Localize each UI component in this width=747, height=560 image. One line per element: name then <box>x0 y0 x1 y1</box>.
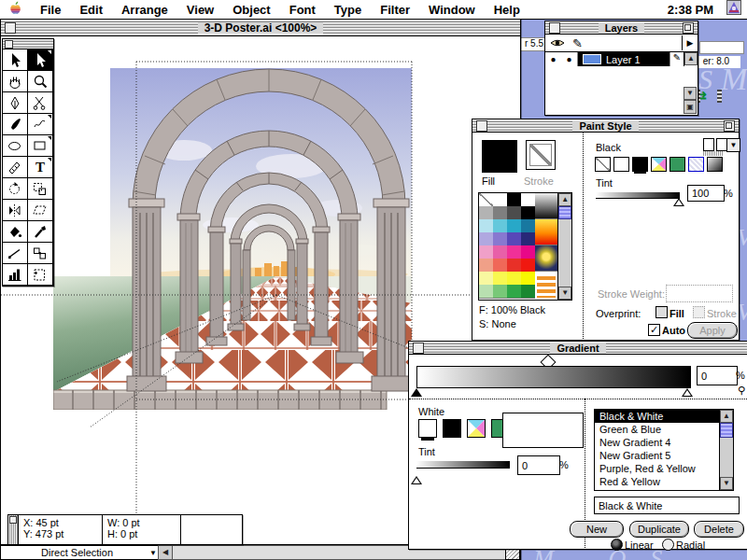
gradient-list-item[interactable]: Black & White <box>595 410 719 423</box>
desktop-file-sync-icon[interactable]: ⇄ <box>695 88 723 108</box>
gradient-list-item[interactable]: New Gradient 5 <box>595 449 719 462</box>
tool-type[interactable]: T <box>28 157 53 178</box>
stop-white-selected[interactable] <box>418 419 437 438</box>
scrollbar-thumb[interactable] <box>558 206 571 219</box>
layers-titlebar[interactable]: Layers <box>545 21 698 35</box>
info-palette-titlebar[interactable] <box>8 515 19 544</box>
swatch[interactable] <box>479 259 494 273</box>
close-box[interactable] <box>5 40 13 49</box>
pattern-swatch-stripes[interactable] <box>535 272 557 300</box>
layer-row[interactable]: Layer 1 <box>578 52 669 66</box>
zoom-box[interactable] <box>724 120 735 132</box>
menu-file[interactable]: File <box>31 3 70 17</box>
palette-dropdown-button[interactable]: ▼ <box>726 138 740 152</box>
swatch[interactable] <box>507 245 522 259</box>
toolbox-titlebar[interactable] <box>3 39 53 49</box>
tool-scissors[interactable] <box>28 92 53 114</box>
swatch[interactable] <box>479 245 494 259</box>
close-box[interactable] <box>9 516 17 524</box>
tool-blend[interactable] <box>28 243 53 264</box>
swatch[interactable] <box>507 272 522 286</box>
swatch[interactable] <box>479 232 494 246</box>
paint-style-titlebar[interactable]: Paint Style <box>472 119 739 133</box>
zoom-box[interactable] <box>683 22 694 34</box>
gradient-list-scrollbar[interactable]: ▲ ▼ <box>719 410 733 490</box>
tool-brush[interactable] <box>3 114 28 135</box>
delete-button[interactable]: Delete <box>694 521 744 538</box>
swatch[interactable] <box>493 206 508 220</box>
apply-button[interactable]: Apply <box>687 322 738 339</box>
menu-edit[interactable]: Edit <box>70 3 112 17</box>
close-box[interactable] <box>549 22 560 34</box>
fill-swatch[interactable] <box>482 140 517 170</box>
gradient-swatch-radial[interactable] <box>535 245 557 272</box>
scroll-up-arrow[interactable]: ▲ <box>684 52 698 65</box>
stop-black[interactable] <box>443 419 461 438</box>
scroll-left-arrow[interactable]: ◀ <box>158 545 173 560</box>
document-window-titlebar[interactable]: 3-D Poster.ai <100%> <box>1 20 520 36</box>
menu-window[interactable]: Window <box>419 3 485 17</box>
layers-grow-icon[interactable]: ▣ <box>684 100 697 114</box>
scrollbar-track[interactable] <box>720 438 733 477</box>
tool-pencil-freehand[interactable] <box>28 114 53 135</box>
swatch[interactable] <box>507 219 522 233</box>
new-button[interactable]: New <box>570 521 624 538</box>
swatch[interactable] <box>493 259 508 273</box>
stop-position-field[interactable]: 0 <box>697 366 738 385</box>
paint-process[interactable] <box>651 157 667 172</box>
scroll-down-arrow[interactable]: ▼ <box>720 477 733 490</box>
desktop-icon-label[interactable]: er: 8.0 <box>692 56 740 68</box>
menu-view[interactable]: View <box>177 3 223 17</box>
swatch[interactable] <box>493 272 508 286</box>
swatch[interactable] <box>507 285 522 299</box>
layer-visibility-dots[interactable]: ●● <box>545 52 578 66</box>
gradient-swatch-fire[interactable] <box>535 219 557 245</box>
tool-gradient-vector[interactable] <box>3 243 28 264</box>
tint-value-field[interactable]: 100 <box>687 185 725 202</box>
swatch[interactable] <box>479 219 494 233</box>
close-box[interactable] <box>413 343 424 354</box>
swatch[interactable] <box>479 285 494 299</box>
tint-slider[interactable] <box>596 192 680 199</box>
tool-shear[interactable] <box>28 200 53 221</box>
swatch[interactable] <box>507 232 522 246</box>
artwork-canvas[interactable] <box>53 68 412 410</box>
swatch[interactable] <box>493 285 508 299</box>
scrollbar-thumb[interactable] <box>720 423 733 438</box>
desktop-icon-label-blank[interactable] <box>699 41 744 54</box>
swatch[interactable] <box>521 232 536 246</box>
layers-scrollbar-bottom[interactable]: ▼ ▣ <box>684 87 697 114</box>
gradient-stop-right[interactable] <box>682 388 693 397</box>
scroll-up-arrow[interactable]: ▲ <box>720 410 733 423</box>
swatch[interactable] <box>521 219 536 233</box>
stroke-swatch[interactable] <box>526 140 556 170</box>
menu-font[interactable]: Font <box>280 3 325 17</box>
gradient-name-field[interactable]: Black & White <box>594 497 740 514</box>
tool-pen[interactable] <box>3 92 28 114</box>
stop-tint-field[interactable]: 0 <box>517 455 560 475</box>
swatch[interactable] <box>493 245 508 259</box>
swatch[interactable] <box>521 193 536 207</box>
overprint-stroke-checkbox[interactable] <box>693 306 705 318</box>
tool-rotate[interactable] <box>3 178 28 200</box>
swatch[interactable] <box>521 285 536 299</box>
duplicate-button[interactable]: Duplicate <box>629 521 689 538</box>
tool-rectangle[interactable] <box>28 135 53 157</box>
gradient-list-item[interactable]: Red & Yellow <box>595 475 719 488</box>
swatch[interactable] <box>521 206 536 220</box>
tool-reflect[interactable] <box>3 200 28 221</box>
tool-hand[interactable] <box>3 71 28 92</box>
menu-object[interactable]: Object <box>223 3 279 17</box>
close-box[interactable] <box>476 120 487 132</box>
tool-ellipse[interactable] <box>3 135 28 157</box>
menu-type[interactable]: Type <box>325 3 371 17</box>
layers-flyout-button[interactable]: ▶ <box>682 35 698 50</box>
gradient-swatch-bw[interactable] <box>535 193 557 219</box>
tool-direct-selection[interactable] <box>28 49 53 71</box>
swatch[interactable] <box>507 259 522 273</box>
menu-arrange[interactable]: Arrange <box>112 3 177 17</box>
status-tool-popup[interactable]: Direct Selection ▼ <box>1 545 162 560</box>
scroll-down-arrow[interactable]: ▼ <box>684 87 697 100</box>
paint-pattern[interactable] <box>688 157 704 172</box>
application-menu-icon[interactable] <box>726 0 747 19</box>
